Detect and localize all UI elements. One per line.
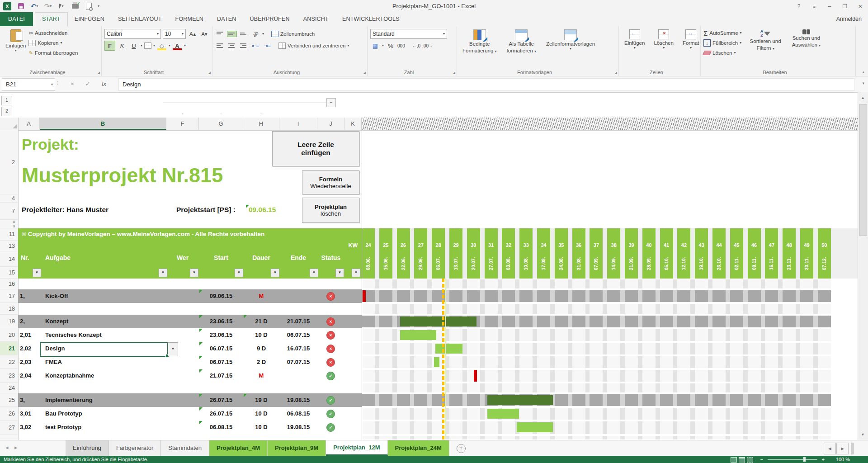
task-end[interactable]: 16.07.15 xyxy=(279,345,317,352)
task-dur[interactable]: M xyxy=(243,372,279,379)
task-start[interactable]: 06.07.15 xyxy=(199,345,243,352)
task-name[interactable]: Konzept xyxy=(45,318,68,325)
task-name[interactable]: FMEA xyxy=(45,359,62,365)
task-dur[interactable]: 10 D xyxy=(243,410,279,417)
align-center-icon[interactable] xyxy=(227,42,237,50)
row-header-27[interactable]: 27 xyxy=(0,420,18,435)
task-nr[interactable]: 1, xyxy=(20,293,25,299)
row-header-7[interactable]: 7 xyxy=(0,203,18,220)
task-name[interactable]: test Prototyp xyxy=(45,424,81,430)
font-color-button[interactable]: A xyxy=(172,41,182,50)
task-end[interactable]: 19.08.15 xyxy=(279,424,317,430)
dialog-launcher-icon[interactable]: ◢ xyxy=(208,71,211,75)
zoom-slider-thumb[interactable] xyxy=(803,457,806,462)
task-name[interactable]: Konzeptabnahme xyxy=(45,372,94,379)
task-end[interactable]: 06.08.15 xyxy=(279,410,317,417)
row-header-21[interactable]: 21 xyxy=(0,342,18,355)
row-header-9[interactable]: 9 xyxy=(0,224,18,228)
font-size-combo[interactable]: 10▾ xyxy=(163,29,186,39)
merge-center-button[interactable]: Verbinden und zentrieren xyxy=(288,43,346,48)
increase-indent-icon[interactable]: ⇥≡ xyxy=(262,41,272,50)
column-header-F[interactable]: F xyxy=(166,118,199,130)
bold-button[interactable]: F xyxy=(104,41,115,51)
task-nr[interactable]: 3, xyxy=(20,397,25,403)
column-header-H[interactable]: H xyxy=(243,118,279,130)
filter-dropdown-icon[interactable]: ▼ xyxy=(335,269,344,277)
row-header-2[interactable]: 2 xyxy=(0,130,18,194)
dialog-launcher-icon[interactable]: ◢ xyxy=(98,71,100,75)
task-start[interactable]: 21.07.15 xyxy=(199,372,243,379)
ribbon-display-options-icon[interactable]: ⌅ xyxy=(807,0,822,12)
row-header-16[interactable]: 16 xyxy=(0,279,18,289)
task-start[interactable]: 06.07.15 xyxy=(199,359,243,365)
task-dur[interactable]: 10 D xyxy=(243,424,279,430)
number-format-combo[interactable]: Standard▾ xyxy=(370,29,447,39)
sheet-tab-projektplan_12m[interactable]: Projektplan_12M xyxy=(326,440,387,456)
tab-scroll-right-icon[interactable]: ▸ xyxy=(14,444,18,451)
selected-cell-b21[interactable] xyxy=(40,342,168,357)
align-left-icon[interactable] xyxy=(215,42,225,50)
row-header-17[interactable]: 17 xyxy=(0,289,18,303)
task-dur[interactable]: 21 D xyxy=(243,318,279,325)
ribbon-tab-seitenlayout[interactable]: SEITENLAYOUT xyxy=(111,12,169,26)
align-right-icon[interactable] xyxy=(239,42,249,50)
filter-dropdown-icon[interactable]: ▼ xyxy=(33,269,41,277)
percent-style-button[interactable]: % xyxy=(386,41,396,50)
align-top-icon[interactable] xyxy=(215,30,225,38)
task-name[interactable]: Kick-Off xyxy=(45,293,68,299)
ribbon-tab-einfügen[interactable]: EINFÜGEN xyxy=(68,12,111,26)
decrease-indent-icon[interactable]: ⇤≡ xyxy=(250,41,260,50)
zoom-out-icon[interactable]: − xyxy=(760,456,763,463)
align-bottom-icon[interactable] xyxy=(239,31,249,37)
shrink-font-button[interactable]: A▾ xyxy=(199,29,209,38)
grow-font-button[interactable]: A▴ xyxy=(188,29,198,38)
expand-formula-bar-icon[interactable]: ▾ xyxy=(862,81,864,85)
format-cells-button[interactable]: Format▾ xyxy=(680,28,702,51)
insert-function-icon[interactable]: fx xyxy=(99,79,109,89)
clear-button[interactable]: Löschen▾ xyxy=(703,48,742,58)
row-header-26[interactable]: 26 xyxy=(0,407,18,420)
column-header-K[interactable]: K xyxy=(344,118,362,130)
row-header-19[interactable]: 19 xyxy=(0,315,18,328)
sort-filter-button[interactable]: AZ Sortieren und Filtern ▾ xyxy=(747,28,784,58)
task-nr[interactable]: 2,01 xyxy=(20,331,31,338)
task-nr[interactable]: 3,01 xyxy=(20,410,31,417)
task-name[interactable]: Bau Prototyp xyxy=(45,410,82,417)
borders-icon[interactable] xyxy=(144,43,151,49)
cut-button[interactable]: ✂Ausschneiden xyxy=(28,28,78,38)
increase-decimal-icon[interactable]: ←,0 xyxy=(412,43,420,48)
task-name[interactable]: Implementierung xyxy=(45,397,93,403)
row-header-24[interactable]: 24 xyxy=(0,383,18,393)
enter-icon[interactable]: ✓ xyxy=(82,79,93,89)
task-end[interactable]: 06.07.15 xyxy=(279,331,317,338)
format-as-table-button[interactable]: Als Tabelle formatieren ▾ xyxy=(504,28,539,55)
sheet-tab-projektplan_24m[interactable]: Projektplan_24M xyxy=(388,440,449,456)
ribbon-tab-entwicklertools[interactable]: ENTWICKLERTOOLS xyxy=(335,12,406,26)
task-nr[interactable]: 2,02 xyxy=(20,345,31,352)
insert-empty-row-button[interactable]: Leere Zeileeinfügen xyxy=(272,131,359,166)
filter-dropdown-icon[interactable]: ▼ xyxy=(190,269,198,277)
outline-level-1-button[interactable]: 1 xyxy=(1,96,12,105)
filter-dropdown-icon[interactable]: ▼ xyxy=(352,269,360,277)
cell-styles-button[interactable]: Zellenformatvorlagen ▾ xyxy=(543,28,598,52)
row-header-22[interactable]: 22 xyxy=(0,355,18,369)
column-header-A[interactable]: A xyxy=(18,118,40,130)
zoom-in-icon[interactable]: + xyxy=(822,456,825,463)
dialog-launcher-icon[interactable]: ◢ xyxy=(615,71,617,75)
accounting-format-icon[interactable]: ▦ xyxy=(370,41,380,50)
underline-button[interactable]: U xyxy=(129,41,139,50)
project-start-value[interactable]: 09.06.15 xyxy=(249,206,276,214)
column-header-B[interactable]: B xyxy=(40,118,166,130)
sheet-tab-stammdaten[interactable]: Stammdaten xyxy=(161,440,209,456)
delete-projectplan-button[interactable]: Projektplanlöschen xyxy=(302,198,359,223)
row-header-8[interactable]: 8 xyxy=(0,220,18,224)
column-header-G[interactable]: G xyxy=(199,118,243,130)
help-icon[interactable]: ? xyxy=(791,0,807,12)
task-dur[interactable]: 2 D xyxy=(243,359,279,365)
task-dur[interactable]: 19 D xyxy=(243,397,279,403)
dialog-launcher-icon[interactable]: ◢ xyxy=(363,71,366,75)
comma-style-button[interactable]: 000 xyxy=(397,43,405,48)
restore-icon[interactable]: ❐ xyxy=(837,0,853,12)
dialog-launcher-icon[interactable]: ◢ xyxy=(453,71,455,75)
outline-level-2-button[interactable]: 2 xyxy=(1,107,12,116)
